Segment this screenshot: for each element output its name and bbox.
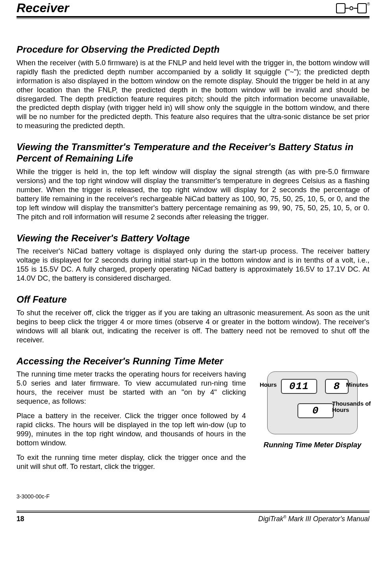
page-title: Receiver <box>17 1 69 15</box>
brand-logo: ® <box>336 3 369 14</box>
lcd-hours-window: 011 <box>281 379 317 394</box>
header-rule-thin <box>17 18 369 19</box>
label-hours: Hours <box>260 382 277 388</box>
paragraph: To shut the receiver off, click the trig… <box>17 309 369 345</box>
figure-caption: Running Time Meter Display <box>255 441 369 449</box>
footer-rule-thick <box>17 512 369 513</box>
page-header: Receiver ® <box>17 0 369 15</box>
paragraph: Place a battery in the receiver. Click t… <box>17 412 246 448</box>
paragraph: The running time meter tracks the operat… <box>17 370 246 406</box>
page-footer: 18 DigiTrak® Mark III Operator's Manual <box>17 515 369 530</box>
heading-battery-voltage: Viewing the Receiver's Battery Voltage <box>17 233 369 244</box>
label-thousands: Thousands of Hours <box>332 401 371 413</box>
paragraph: When the receiver (with 5.0 firmware) is… <box>17 59 369 131</box>
svg-point-1 <box>350 7 353 10</box>
svg-rect-2 <box>358 4 366 13</box>
paragraph: While the trigger is held in, the top le… <box>17 167 369 222</box>
header-rule-thick <box>17 16 369 18</box>
manual-title: DigiTrak® Mark III Operator's Manual <box>258 515 369 523</box>
heading-running-time: Accessing the Receiver's Running Time Me… <box>17 356 369 367</box>
heading-predicted-depth: Procedure for Observing the Predicted De… <box>17 44 369 55</box>
dci-logo-icon <box>336 3 367 14</box>
lcd-minutes-window: 8 <box>325 379 349 394</box>
svg-rect-0 <box>336 4 345 13</box>
paragraph: The receiver's NiCad battery voltage is … <box>17 247 369 283</box>
page-number: 18 <box>17 515 24 523</box>
footer-rule-thin <box>17 511 369 511</box>
heading-off-feature: Off Feature <box>17 294 369 305</box>
revision-code: 3-3000-00c-F <box>17 493 369 500</box>
figure-running-time-meter: 011 8 0 Hours Minutes Thousands of Hours… <box>255 370 369 449</box>
registered-mark: ® <box>367 2 369 6</box>
lcd-thousands-window: 0 <box>297 403 334 418</box>
heading-temp-battery: Viewing the Transmitter's Temperature an… <box>17 141 369 164</box>
paragraph: To exit the running time meter display, … <box>17 453 246 471</box>
label-minutes: Minutes <box>346 382 368 388</box>
